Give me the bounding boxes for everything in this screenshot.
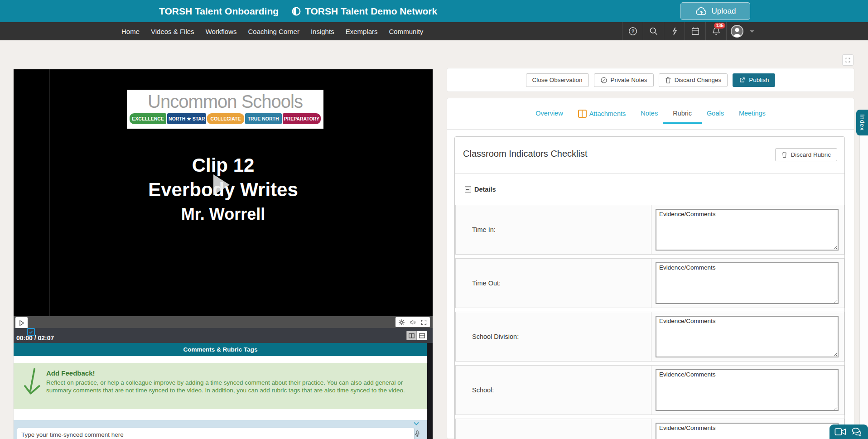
add-feedback-callout: Add Feedback! Reflect on practice, or he… — [14, 363, 427, 409]
columns-layout-toggle[interactable] — [406, 331, 417, 340]
tab-label: Meetings — [739, 110, 766, 117]
banner-segment: PREPARATORY — [283, 113, 321, 124]
microphone-icon[interactable] — [415, 430, 420, 438]
rubric-row-time-in: Time In: — [455, 205, 844, 255]
upload-label: Upload — [712, 7, 736, 16]
logo-title: Uncommon Schools — [148, 90, 303, 113]
discard-rubric-button[interactable]: Discard Rubric — [775, 148, 837, 161]
nav-item-home[interactable]: Home — [121, 28, 140, 35]
chat-bubbles-icon[interactable] — [851, 427, 863, 437]
notification-badge: 135 — [714, 23, 725, 29]
banner-segment: EXCELLENCE — [130, 113, 166, 124]
time-synced-comment-input[interactable] — [17, 428, 415, 439]
down-arrow-icon — [23, 368, 43, 396]
video-frame[interactable]: Uncommon Schools EXCELLENCE NORTH ★ STAR… — [14, 69, 433, 316]
caption-line: Mr. Worrell — [14, 203, 433, 226]
comments-bar-title: Comments & Rubric Tags — [183, 346, 257, 353]
nav-item-videos-files[interactable]: Videos & Files — [151, 28, 194, 35]
lightning-icon[interactable] — [664, 22, 685, 40]
tab-label: Rubric — [673, 110, 692, 117]
nav-item-workflows[interactable]: Workflows — [206, 28, 237, 35]
trash-icon — [665, 77, 671, 84]
nav-item-insights[interactable]: Insights — [311, 28, 334, 35]
rubric-row-school: School: — [455, 365, 844, 415]
discard-rubric-label: Discard Rubric — [791, 151, 831, 158]
close-observation-button[interactable]: Close Observation — [526, 73, 589, 87]
expand-panel-button[interactable] — [842, 54, 854, 66]
banner-segment: TRUE NORTH — [245, 113, 282, 124]
calendar-icon[interactable] — [685, 22, 705, 40]
player-substrip: 00:00 / 02:07 — [14, 328, 433, 343]
tab-rubric[interactable]: Rubric — [673, 110, 692, 124]
top-bar: TORSH Talent Onboarding TORSH Talent Dem… — [0, 0, 868, 22]
page-scrollbar[interactable] — [859, 110, 868, 439]
row-label: Time Out: — [456, 259, 651, 308]
discard-changes-label: Discard Changes — [675, 77, 722, 83]
publish-button[interactable]: Publish — [733, 73, 775, 87]
rubric-rows: Time In: Time Out: School Division: — [455, 205, 844, 439]
row-label: School Division: — [456, 312, 651, 361]
upload-button[interactable]: Upload — [680, 2, 750, 20]
comment-input-strip — [14, 420, 427, 439]
banner-segment: COLLEGIATE — [207, 113, 244, 124]
search-icon[interactable] — [643, 22, 664, 40]
row-label: Time In: — [456, 205, 651, 254]
index-tab-label: Index — [859, 114, 866, 131]
row-label — [456, 419, 651, 439]
discard-changes-button[interactable]: Discard Changes — [659, 73, 728, 87]
rubric-checklist-card: Classroom Indicators Checklist Discard R… — [454, 136, 845, 439]
nav-items: Home Videos & Files Workflows Coaching C… — [121, 22, 423, 40]
attachments-icon — [578, 110, 587, 118]
observation-actions-bar: Close Observation Private Notes Discard … — [447, 68, 854, 92]
nav-icon-group: ? 135 — [622, 22, 759, 40]
fullscreen-icon[interactable] — [420, 319, 427, 326]
pencil-circle-icon — [600, 77, 608, 84]
chevron-down-icon[interactable] — [413, 420, 420, 427]
private-notes-button[interactable]: Private Notes — [594, 73, 654, 87]
help-icon[interactable]: ? — [622, 22, 643, 40]
tab-notes[interactable]: Notes — [641, 110, 658, 124]
settings-gear-icon[interactable] — [398, 319, 405, 326]
layout-toggle-group — [406, 331, 427, 340]
tab-label: Overview — [535, 110, 563, 117]
account-menu-caret[interactable] — [750, 30, 754, 33]
collapse-minus-icon[interactable] — [465, 186, 471, 193]
evidence-comments-textarea[interactable] — [656, 209, 839, 251]
tab-goals[interactable]: Goals — [707, 110, 724, 124]
evidence-comments-textarea[interactable] — [656, 262, 839, 304]
comments-scrollbar[interactable] — [427, 343, 433, 439]
details-section-header: Details — [455, 174, 844, 205]
tab-overview[interactable]: Overview — [535, 110, 563, 124]
play-overlay-icon[interactable] — [213, 174, 230, 195]
index-side-tab[interactable]: Index — [856, 110, 868, 135]
page: TORSH Talent Onboarding TORSH Talent Dem… — [0, 0, 868, 439]
nav-item-community[interactable]: Community — [389, 28, 424, 35]
play-button[interactable] — [15, 317, 28, 328]
rubric-row-time-out: Time Out: — [455, 258, 844, 308]
title-group: TORSH Talent Onboarding TORSH Talent Dem… — [159, 0, 437, 22]
rows-layout-toggle[interactable] — [417, 331, 427, 340]
avatar[interactable] — [726, 22, 747, 40]
evidence-comments-textarea[interactable] — [656, 316, 839, 357]
feedback-body: Reflect on practice, or help a colleague… — [23, 379, 418, 394]
comments-rubric-tags-bar[interactable]: Comments & Rubric Tags — [14, 343, 427, 356]
trash-icon — [781, 151, 787, 158]
row-field — [651, 366, 844, 415]
tab-meetings[interactable]: Meetings — [739, 110, 766, 124]
controls-right-group — [395, 317, 430, 327]
details-label: Details — [474, 186, 496, 193]
notifications-bell-icon[interactable]: 135 — [705, 22, 726, 40]
video-camera-icon[interactable] — [834, 427, 846, 436]
volume-icon[interactable] — [409, 319, 416, 326]
evidence-comments-textarea[interactable] — [656, 369, 839, 411]
observation-detail-card: Overview Attachments Notes Rubric Goals … — [447, 98, 854, 439]
logo-banner: EXCELLENCE NORTH ★ STAR COLLEGIATE TRUE … — [130, 113, 321, 124]
tab-attachments[interactable]: Attachments — [578, 110, 626, 125]
nav-item-coaching-corner[interactable]: Coaching Corner — [248, 28, 299, 35]
network-title-group: TORSH Talent Demo Network — [291, 6, 437, 17]
video-controls-bar[interactable] — [14, 316, 433, 328]
evidence-comments-textarea[interactable] — [656, 423, 839, 439]
nav-item-exemplars[interactable]: Exemplars — [346, 28, 378, 35]
workspace-title: TORSH Talent Onboarding — [159, 6, 279, 17]
row-field — [651, 419, 844, 439]
